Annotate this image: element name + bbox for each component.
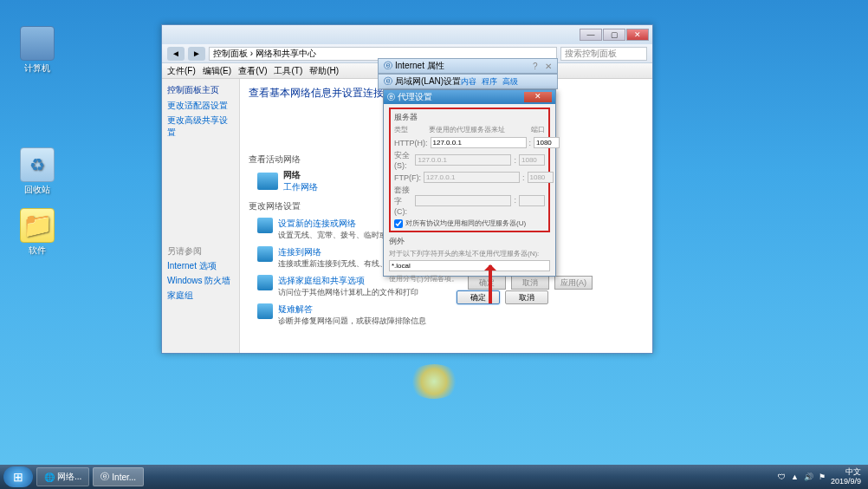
sidebar-header: 控制面板主页 — [167, 84, 234, 96]
dialog-title: 代理设置 — [398, 91, 524, 103]
http-port-input[interactable] — [534, 137, 560, 148]
network-icon: 🌐 — [44, 473, 55, 482]
clock[interactable]: 中文 2019/9/9 — [831, 467, 861, 486]
nav-back-button[interactable]: ◄ — [167, 47, 185, 61]
task-label: Inter... — [112, 473, 136, 482]
network-name: 网络 — [283, 169, 318, 181]
sidebar-link-firewall[interactable]: Windows 防火墙 — [167, 275, 234, 287]
taskbar-item-internet[interactable]: ⓔ Inter... — [93, 467, 144, 486]
col-type: 类型 — [394, 125, 429, 134]
secure-port-input — [519, 154, 545, 166]
task-label: 网络... — [57, 471, 81, 483]
dialog-title: Internet 属性 — [395, 60, 521, 72]
cancel-button[interactable]: 取消 — [505, 290, 548, 304]
ftp-label: FTP(F): — [394, 173, 421, 182]
lan-settings-dialog: ⓔ 局域网(LAN)设置 内容 程序 高级 — [378, 74, 558, 89]
proxy-row-http: HTTP(H): : — [394, 137, 545, 148]
http-label: HTTP(H): — [394, 139, 428, 147]
wallpaper-orb — [408, 364, 460, 399]
servers-group-highlight: 服务器 类型 要使用的代理服务器来址 端口 HTTP(H): : 安全(S): … — [389, 108, 550, 232]
socks-port-input — [519, 195, 545, 206]
annotation-arrow — [489, 265, 492, 303]
socks-address-input — [415, 195, 511, 206]
sidebar-link-sharing[interactable]: 更改高级共享设置 — [167, 114, 234, 139]
homegroup-icon — [257, 275, 273, 290]
exceptions-input[interactable] — [389, 260, 550, 271]
system-tray: 🛡 ▲ 🔊 ⚑ 中文 2019/9/9 — [778, 467, 865, 486]
socks-label: 套接字(C): — [394, 185, 412, 216]
close-button[interactable]: ✕ — [626, 29, 649, 41]
ftp-address-input — [424, 172, 520, 183]
network-type[interactable]: 工作网络 — [283, 181, 318, 193]
col-addr: 要使用的代理服务器来址 — [429, 125, 517, 134]
proxy-row-ftp: FTP(F): : — [394, 172, 545, 183]
apply-button[interactable]: 应用(A) — [554, 276, 593, 290]
icon-label: 回收站 — [14, 184, 61, 196]
proxy-row-socks: 套接字(C): : — [394, 185, 545, 216]
dialog-buttons: 确定 取消 — [384, 287, 555, 308]
tray-volume-icon[interactable]: 🔊 — [804, 473, 813, 481]
dialog-title: 局域网(LAN)设置 — [395, 75, 461, 88]
secure-address-input — [415, 154, 511, 166]
group-exceptions-label: 例外 — [389, 236, 550, 247]
ie-icon: ⓔ — [100, 471, 109, 483]
troubleshoot-icon — [257, 303, 273, 319]
menu-help[interactable]: 帮助(H) — [309, 65, 339, 77]
tab-advanced[interactable]: 高级 — [502, 76, 518, 88]
tray-flag-icon[interactable]: ⚑ — [819, 473, 826, 481]
menu-tools[interactable]: 工具(T) — [274, 65, 302, 77]
sidebar-footer-header: 另请参阅 — [167, 245, 234, 258]
close-button[interactable]: ✕ — [524, 92, 552, 102]
col-port: 端口 — [517, 125, 545, 134]
menu-view[interactable]: 查看(V) — [238, 65, 267, 77]
recycle-icon — [20, 147, 55, 182]
clock-date: 2019/9/9 — [831, 477, 861, 486]
taskbar-item-network[interactable]: 🌐 网络... — [36, 467, 89, 486]
maximize-button[interactable]: ▢ — [603, 29, 625, 41]
desktop-icon-recycle[interactable]: 回收站 — [14, 147, 61, 196]
tab-programs[interactable]: 程序 — [482, 76, 497, 88]
menu-file[interactable]: 文件(F) — [167, 65, 196, 77]
sidebar-link-internet-options[interactable]: Internet 选项 — [167, 260, 234, 272]
exceptions-group: 例外 对于以下列字符开头的来址不使用代理服务器(N): 使用分号(;)分隔各项。 — [389, 236, 550, 284]
desktop-icon-computer[interactable]: 计算机 — [14, 26, 61, 75]
desktop: 计算机 回收站 软件 — ▢ ✕ ◄ ► 控制面板 › 网络和共享中心 搜索控制… — [0, 0, 868, 489]
clock-label: 中文 — [831, 467, 861, 477]
same-proxy-checkbox[interactable] — [394, 219, 403, 228]
tab-content[interactable]: 内容 — [461, 76, 476, 88]
menu-edit[interactable]: 编辑(E) — [203, 65, 231, 77]
icon-label: 软件 — [14, 244, 61, 257]
window-title — [165, 30, 580, 40]
ie-icon: ⓔ — [387, 92, 395, 103]
tray-up-icon[interactable]: ▲ — [791, 473, 799, 481]
minimize-button[interactable]: — — [580, 29, 602, 41]
secure-label: 安全(S): — [394, 150, 412, 170]
search-input[interactable]: 搜索控制面板 — [560, 47, 647, 61]
exceptions-hint: 使用分号(;)分隔各项。 — [389, 274, 550, 284]
titlebar[interactable]: — ▢ ✕ — [162, 25, 652, 44]
sidebar: 控制面板主页 更改适配器设置 更改高级共享设置 另请参阅 Internet 选项… — [162, 79, 240, 353]
folder-icon — [20, 208, 55, 243]
start-button[interactable]: ⊞ — [3, 466, 33, 487]
same-proxy-checkbox-row: 对所有协议均使用相同的代理服务器(U) — [394, 218, 545, 228]
same-proxy-label: 对所有协议均使用相同的代理服务器(U) — [405, 218, 526, 228]
nav-forward-button[interactable]: ► — [188, 47, 205, 61]
taskbar: ⊞ 🌐 网络... ⓔ Inter... 🛡 ▲ 🔊 ⚑ 中文 2019/9/9 — [0, 465, 868, 489]
computer-icon — [20, 26, 55, 61]
connect-icon — [257, 246, 273, 262]
http-address-input[interactable] — [431, 137, 527, 148]
ok-button[interactable]: 确定 — [457, 290, 500, 304]
ftp-port-input — [528, 172, 554, 183]
network-icon — [257, 173, 278, 190]
ie-icon: ⓔ — [384, 75, 392, 88]
group-servers-label: 服务器 — [394, 112, 545, 123]
dialog-buttons[interactable]: ? ✕ — [521, 62, 552, 71]
proxy-row-secure: 安全(S): : — [394, 150, 545, 170]
proxy-settings-dialog: ⓔ 代理设置 ✕ 服务器 类型 要使用的代理服务器来址 端口 HTTP(H): … — [383, 89, 556, 277]
sidebar-link-adapter[interactable]: 更改适配器设置 — [167, 100, 234, 112]
exceptions-description: 对于以下列字符开头的来址不使用代理服务器(N): — [389, 249, 550, 258]
tray-shield-icon[interactable]: 🛡 — [778, 473, 786, 481]
desktop-icon-software[interactable]: 软件 — [14, 208, 61, 257]
sidebar-link-homegroup[interactable]: 家庭组 — [167, 290, 234, 302]
titlebar[interactable]: ⓔ 代理设置 ✕ — [384, 90, 555, 104]
